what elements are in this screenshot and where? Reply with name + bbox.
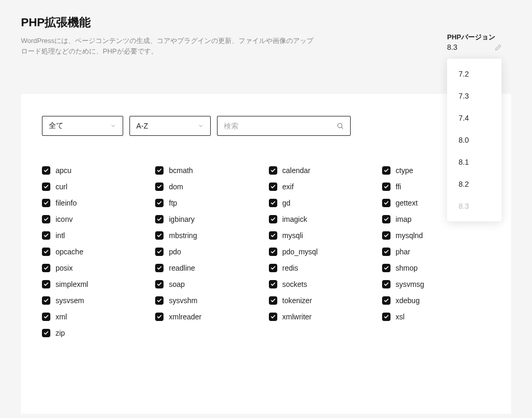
extension-label[interactable]: xmlwriter: [283, 313, 312, 321]
extension-item-sockets: sockets: [269, 280, 377, 288]
extension-checkbox-imap[interactable]: [382, 215, 390, 223]
extension-label[interactable]: readline: [169, 264, 195, 272]
extension-label[interactable]: shmop: [396, 264, 418, 272]
extension-checkbox-gd[interactable]: [269, 199, 277, 207]
version-option-8-1[interactable]: 8.1: [447, 151, 502, 173]
extension-label[interactable]: simplexml: [56, 280, 88, 288]
extension-checkbox-igbinary[interactable]: [155, 215, 164, 223]
extension-checkbox-mysqli[interactable]: [269, 231, 277, 240]
extension-label[interactable]: curl: [56, 183, 68, 191]
extension-checkbox-shmop[interactable]: [382, 264, 390, 272]
extension-checkbox-fileinfo[interactable]: [42, 199, 50, 207]
extension-checkbox-phar[interactable]: [382, 248, 390, 256]
extension-label[interactable]: fileinfo: [56, 199, 77, 207]
extension-label[interactable]: opcache: [56, 248, 83, 256]
sort-select[interactable]: A-Z: [129, 116, 211, 136]
extension-checkbox-xmlreader[interactable]: [155, 313, 164, 321]
extension-checkbox-mysqlnd[interactable]: [382, 231, 390, 240]
extension-checkbox-simplexml[interactable]: [42, 280, 50, 288]
extension-label[interactable]: ffi: [396, 183, 401, 191]
extension-checkbox-ftp[interactable]: [155, 199, 164, 207]
extension-checkbox-sockets[interactable]: [269, 280, 277, 288]
extension-checkbox-mbstring[interactable]: [155, 231, 164, 240]
extension-checkbox-ctype[interactable]: [382, 166, 390, 175]
version-option-8-3[interactable]: 8.3: [447, 195, 502, 217]
extension-checkbox-zip[interactable]: [42, 329, 50, 337]
extension-label[interactable]: bcmath: [169, 166, 193, 175]
extension-label[interactable]: tokenizer: [283, 296, 312, 305]
extension-checkbox-pdo[interactable]: [155, 248, 164, 256]
extension-label[interactable]: dom: [169, 183, 183, 191]
extension-label[interactable]: sockets: [283, 280, 307, 288]
extension-label[interactable]: xdebug: [396, 296, 420, 305]
extension-checkbox-tokenizer[interactable]: [269, 296, 277, 305]
extension-label[interactable]: sysvshm: [169, 296, 197, 305]
extension-label[interactable]: xsl: [396, 313, 405, 321]
extension-label[interactable]: pdo: [169, 248, 181, 256]
extension-label[interactable]: imagick: [283, 215, 307, 223]
extension-checkbox-sysvsem[interactable]: [42, 296, 50, 305]
extension-checkbox-soap[interactable]: [155, 280, 164, 288]
extension-checkbox-sysvmsg[interactable]: [382, 280, 390, 288]
extension-checkbox-apcu[interactable]: [42, 166, 50, 175]
extension-checkbox-ffi[interactable]: [382, 183, 390, 191]
search-icon[interactable]: [336, 122, 344, 130]
extension-label[interactable]: exif: [283, 183, 294, 191]
extension-checkbox-opcache[interactable]: [42, 248, 50, 256]
extension-checkbox-calendar[interactable]: [269, 166, 277, 175]
extension-checkbox-posix[interactable]: [42, 264, 50, 272]
extension-label[interactable]: xmlreader: [169, 313, 201, 321]
extension-label[interactable]: ctype: [396, 166, 413, 175]
extension-label[interactable]: apcu: [56, 166, 71, 175]
version-option-8-0[interactable]: 8.0: [447, 129, 502, 151]
extension-checkbox-gettext[interactable]: [382, 199, 390, 207]
extension-checkbox-xml[interactable]: [42, 313, 50, 321]
extension-item-curl: curl: [42, 183, 150, 191]
pencil-icon[interactable]: [495, 44, 502, 51]
extensions-grid: apcubcmathcalendarctypecurldomexifffifil…: [42, 166, 490, 337]
extension-item-redis: redis: [269, 264, 377, 272]
extension-checkbox-xmlwriter[interactable]: [269, 313, 277, 321]
extension-label[interactable]: calendar: [283, 166, 311, 175]
extension-label[interactable]: phar: [396, 248, 410, 256]
extension-label[interactable]: iconv: [56, 215, 73, 223]
extension-checkbox-bcmath[interactable]: [155, 166, 164, 175]
extension-label[interactable]: gettext: [396, 199, 418, 207]
extension-checkbox-redis[interactable]: [269, 264, 277, 272]
extension-checkbox-dom[interactable]: [155, 183, 164, 191]
version-option-8-2[interactable]: 8.2: [447, 173, 502, 195]
extension-checkbox-intl[interactable]: [42, 231, 50, 240]
extension-label[interactable]: mbstring: [169, 231, 197, 240]
extension-label[interactable]: xml: [56, 313, 67, 321]
extension-checkbox-curl[interactable]: [42, 183, 50, 191]
extension-label[interactable]: intl: [56, 231, 65, 240]
filter-select[interactable]: 全て: [42, 116, 123, 136]
extension-label[interactable]: zip: [56, 329, 65, 337]
extension-checkbox-iconv[interactable]: [42, 215, 50, 223]
extension-label[interactable]: sysvsem: [56, 296, 84, 305]
extension-label[interactable]: redis: [283, 264, 298, 272]
extension-label[interactable]: sysvmsg: [396, 280, 424, 288]
extension-checkbox-readline[interactable]: [155, 264, 164, 272]
extension-label[interactable]: mysqli: [283, 231, 303, 240]
extension-checkbox-pdo_mysql[interactable]: [269, 248, 277, 256]
extension-label[interactable]: pdo_mysql: [283, 248, 318, 256]
extension-checkbox-xdebug[interactable]: [382, 296, 390, 305]
version-option-7-2[interactable]: 7.2: [447, 63, 502, 85]
extension-label[interactable]: posix: [56, 264, 73, 272]
extension-checkbox-exif[interactable]: [269, 183, 277, 191]
extension-label[interactable]: imap: [396, 215, 411, 223]
extension-label[interactable]: igbinary: [169, 215, 194, 223]
extension-item-simplexml: simplexml: [42, 280, 150, 288]
extension-label[interactable]: soap: [169, 280, 184, 288]
extension-label[interactable]: mysqlnd: [396, 231, 423, 240]
extension-label[interactable]: gd: [283, 199, 291, 207]
version-option-7-4[interactable]: 7.4: [447, 107, 502, 129]
extension-checkbox-sysvshm[interactable]: [155, 296, 164, 305]
extension-label[interactable]: ftp: [169, 199, 177, 207]
search-input[interactable]: [218, 116, 350, 135]
extension-checkbox-xsl[interactable]: [382, 313, 390, 321]
extension-item-mysqlnd: mysqlnd: [382, 231, 490, 240]
version-option-7-3[interactable]: 7.3: [447, 85, 502, 107]
extension-checkbox-imagick[interactable]: [269, 215, 277, 223]
